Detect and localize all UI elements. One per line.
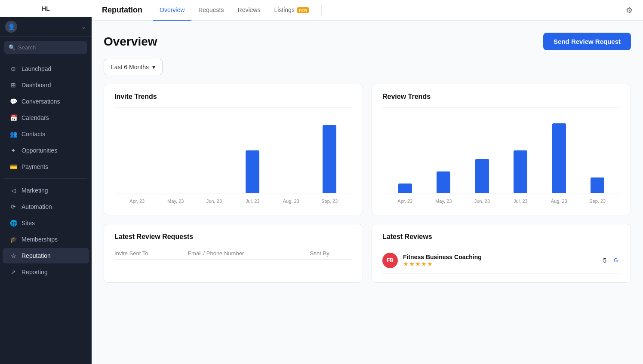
sidebar-item-payments[interactable]: 💳 Payments xyxy=(3,159,89,174)
launchpad-icon: ⊙ xyxy=(9,65,17,73)
new-badge: new xyxy=(297,7,309,13)
sidebar-item-reputation[interactable]: ☆ Reputation xyxy=(3,248,89,263)
bar-group xyxy=(501,150,540,193)
grid-line-top-2 xyxy=(382,107,620,108)
review-trends-chart: Apr, 23May, 23Jun, 23Jul, 23Aug, 23Sep, … xyxy=(382,107,620,206)
latest-reviews-card: Latest Reviews FB Fitness Business Coach… xyxy=(372,224,631,283)
memberships-icon: 🎓 xyxy=(9,236,17,243)
sidebar-item-contacts[interactable]: 👥 Contacts xyxy=(3,126,89,142)
tab-listings[interactable]: Listings new xyxy=(267,0,316,21)
nav-divider-1 xyxy=(4,178,87,179)
brand-title: Reputation xyxy=(102,6,142,15)
sidebar-item-conversations[interactable]: 💬 Conversations xyxy=(3,94,89,109)
invite-bar-chart xyxy=(114,107,352,193)
review-trends-card: Review Trends Apr, 23May, 23Jun, 23Jul, … xyxy=(372,84,631,215)
review-requests-card: Latest Review Requests Invite Sent To Em… xyxy=(104,224,363,283)
sidebar-item-label: Reputation xyxy=(22,252,51,259)
filter-row: Last 6 Months ▾ xyxy=(104,59,631,75)
review-name: Fitness Business Coaching xyxy=(403,254,598,260)
bar-label: Jun, 23 xyxy=(195,199,234,204)
sidebar-item-marketing[interactable]: ◁ Marketing xyxy=(3,183,89,198)
sidebar-user[interactable]: 👤 ⌄ xyxy=(0,17,92,37)
review-item: FB Fitness Business Coaching ★★★★★ 5 G xyxy=(382,248,620,274)
tab-reviews[interactable]: Reviews xyxy=(231,0,268,21)
bar xyxy=(514,150,527,193)
bar xyxy=(246,150,259,193)
sidebar-item-label: Memberships xyxy=(22,236,58,243)
bar-group xyxy=(386,184,425,193)
invite-trends-title: Invite Trends xyxy=(114,93,352,101)
sidebar-item-label: Contacts xyxy=(22,131,45,138)
top-nav-separator xyxy=(321,5,322,15)
payments-icon: 💳 xyxy=(9,163,17,171)
sidebar-search-container: 🔍 ⌘K + xyxy=(4,41,87,54)
col-sent-by: Sent By xyxy=(310,248,352,260)
dashboard-icon: ⊞ xyxy=(9,81,17,89)
bar xyxy=(475,159,489,193)
col-invite-sent-to: Invite Sent To xyxy=(114,248,188,260)
bar xyxy=(398,184,412,193)
bar-label: May, 23 xyxy=(425,199,463,204)
bar-label: Aug, 23 xyxy=(540,199,578,204)
reputation-icon: ☆ xyxy=(9,252,17,260)
sidebar-item-label: Payments xyxy=(22,163,48,170)
bar xyxy=(437,171,450,193)
filter-label: Last 6 Months xyxy=(111,64,149,70)
conversations-icon: 💬 xyxy=(9,98,17,105)
review-stars: ★★★★★ xyxy=(403,260,598,267)
sidebar-item-label: Launchpad xyxy=(22,65,51,72)
sidebar-item-opportunities[interactable]: ✦ Opportunities xyxy=(3,143,89,158)
sidebar-item-automation[interactable]: ⟳ Automation xyxy=(3,199,89,214)
tab-requests[interactable]: Requests xyxy=(191,0,231,21)
calendars-icon: 📅 xyxy=(9,114,17,122)
sidebar-item-sites[interactable]: 🌐 Sites xyxy=(3,215,89,231)
invite-trends-card: Invite Trends Apr, 23May, 23Jun, 23Jul, … xyxy=(104,84,363,215)
reporting-icon: ↗ xyxy=(9,268,17,276)
review-count: 5 xyxy=(603,257,606,264)
bar-label: Apr, 23 xyxy=(386,199,425,204)
contacts-icon: 👥 xyxy=(9,130,17,138)
sidebar-item-launchpad[interactable]: ⊙ Launchpad xyxy=(3,61,89,76)
google-icon: G xyxy=(612,256,620,265)
invite-bar-labels: Apr, 23May, 23Jun, 23Jul, 23Aug, 23Sep, … xyxy=(114,193,352,204)
opportunities-icon: ✦ xyxy=(9,147,17,154)
sidebar-item-calendars[interactable]: 📅 Calendars xyxy=(3,110,89,125)
sidebar-item-dashboard[interactable]: ⊞ Dashboard xyxy=(3,77,89,93)
col-email-phone: Email / Phone Number xyxy=(188,248,310,260)
bar-group xyxy=(311,125,349,193)
tab-overview[interactable]: Overview xyxy=(153,0,191,21)
marketing-icon: ◁ xyxy=(9,187,17,194)
sidebar-item-label: Sites xyxy=(22,220,35,226)
bar-group xyxy=(234,150,272,193)
send-review-request-button[interactable]: Send Review Request xyxy=(543,33,631,50)
page-title: Overview xyxy=(104,35,157,49)
charts-row: Invite Trends Apr, 23May, 23Jun, 23Jul, … xyxy=(104,84,631,215)
review-requests-title: Latest Review Requests xyxy=(114,233,352,241)
date-filter-dropdown[interactable]: Last 6 Months ▾ xyxy=(104,59,163,75)
invite-trends-chart: Apr, 23May, 23Jun, 23Jul, 23Aug, 23Sep, … xyxy=(114,107,352,206)
bar-label: Jul, 23 xyxy=(234,199,272,204)
bar-label: May, 23 xyxy=(157,199,195,204)
sidebar-item-memberships[interactable]: 🎓 Memberships xyxy=(3,232,89,247)
sidebar-item-label: Conversations xyxy=(22,98,60,105)
bar-label: Sep, 23 xyxy=(311,199,349,204)
automation-icon: ⟳ xyxy=(9,203,17,211)
bar-label: Sep, 23 xyxy=(578,199,617,204)
sidebar-nav: ⊙ Launchpad ⊞ Dashboard 💬 Conversations … xyxy=(0,58,92,364)
sidebar-item-reporting[interactable]: ↗ Reporting xyxy=(3,264,89,280)
search-input[interactable] xyxy=(18,44,90,51)
bar-group xyxy=(540,123,578,193)
bar xyxy=(323,125,336,193)
sidebar-item-label: Marketing xyxy=(22,187,48,194)
sites-icon: 🌐 xyxy=(9,219,17,227)
sidebar-item-label: Reporting xyxy=(22,269,48,275)
review-avatar: FB xyxy=(382,253,398,268)
review-trends-title: Review Trends xyxy=(382,93,620,101)
gear-icon[interactable]: ⚙ xyxy=(626,6,633,15)
sidebar: HL 👤 ⌄ 🔍 ⌘K + ⊙ Launchpad ⊞ Dashboard 💬 … xyxy=(0,0,92,364)
review-bar-labels: Apr, 23May, 23Jun, 23Jul, 23Aug, 23Sep, … xyxy=(382,193,620,204)
latest-reviews-title: Latest Reviews xyxy=(382,233,620,241)
bar-label: Jun, 23 xyxy=(463,199,501,204)
bar-group xyxy=(463,159,501,193)
search-icon: 🔍 xyxy=(9,44,15,51)
